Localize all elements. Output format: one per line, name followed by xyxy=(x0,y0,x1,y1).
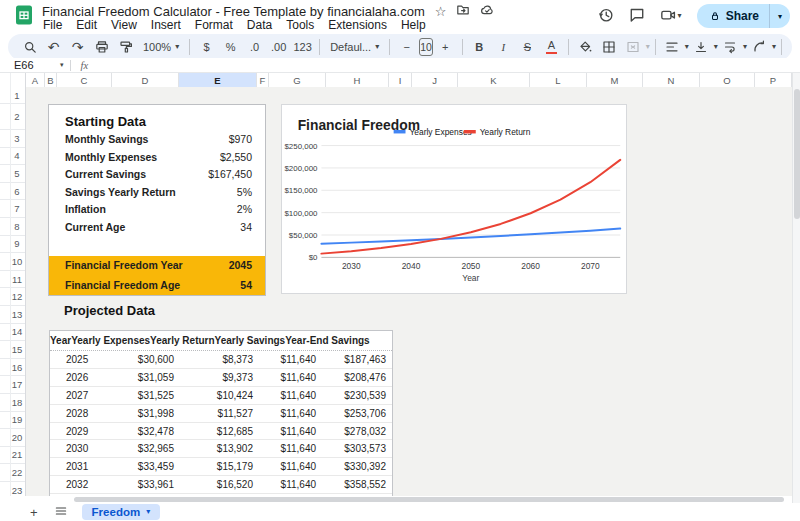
vertical-scrollbar[interactable] xyxy=(792,73,800,503)
menu-item[interactable]: Extensions xyxy=(321,18,394,32)
column-header[interactable]: I xyxy=(389,73,412,87)
column-header[interactable]: G xyxy=(269,73,326,87)
chevron-down-icon[interactable]: ▾ xyxy=(60,61,64,69)
sheets-logo[interactable] xyxy=(14,5,34,25)
menu-item[interactable]: Format xyxy=(188,18,240,32)
sheet-canvas[interactable]: Starting Data Monthly Savings $970 Month… xyxy=(26,87,792,496)
row-header[interactable]: 8 xyxy=(0,218,25,236)
starting-data-row[interactable]: Monthly Savings $970 xyxy=(49,130,265,148)
italic-button[interactable]: I xyxy=(492,36,515,58)
decrease-font-size-button[interactable]: − xyxy=(395,36,418,58)
column-header[interactable]: P xyxy=(755,73,792,87)
name-box[interactable]: E66 xyxy=(0,59,52,71)
text-rotation-button[interactable]: ▾ xyxy=(748,36,776,58)
table-row[interactable]: 2031 $33,459 $15,179 $11,640 $330,392 xyxy=(50,458,392,476)
increase-font-size-button[interactable]: + xyxy=(434,36,457,58)
menu-item[interactable]: Help xyxy=(394,18,433,32)
menu-item[interactable]: Data xyxy=(240,18,279,32)
decrease-decimal-button[interactable]: .0 xyxy=(243,36,266,58)
row-header[interactable]: 16 xyxy=(0,359,25,377)
vertical-align-button[interactable]: ▾ xyxy=(690,36,718,58)
column-header[interactable]: C xyxy=(57,73,112,87)
font-select[interactable]: Defaul... ▾ xyxy=(325,36,384,58)
row-header[interactable]: 22 xyxy=(0,464,25,482)
menu-item[interactable]: Tools xyxy=(279,18,321,32)
select-all-corner[interactable] xyxy=(0,73,26,87)
share-button[interactable]: Share xyxy=(697,9,769,23)
financial-freedom-result-row[interactable]: Financial Freedom Year 2045 xyxy=(49,256,265,276)
horizontal-scrollbar[interactable] xyxy=(26,496,792,503)
row-header[interactable]: 11 xyxy=(0,271,25,289)
table-row[interactable]: 2025 $30,600 $8,373 $11,640 $187,463 xyxy=(50,351,392,369)
row-header[interactable]: 5 xyxy=(0,165,25,183)
meet-button[interactable]: ▾ xyxy=(660,7,682,25)
menu-item[interactable]: View xyxy=(104,18,144,32)
row-header[interactable]: 17 xyxy=(0,376,25,394)
add-sheet-button[interactable]: + xyxy=(30,506,38,519)
paint-format-button[interactable] xyxy=(114,36,137,58)
increase-decimal-button[interactable]: .00 xyxy=(267,36,290,58)
row-header[interactable]: 4 xyxy=(0,148,25,166)
starting-data-row[interactable]: Monthly Expenses $2,550 xyxy=(49,148,265,166)
table-row[interactable]: 2030 $32,965 $13,902 $11,640 $303,573 xyxy=(50,440,392,458)
percent-format-button[interactable]: % xyxy=(219,36,242,58)
row-header[interactable]: 13 xyxy=(0,306,25,324)
column-header[interactable]: J xyxy=(412,73,458,87)
starting-data-row[interactable]: Savings Yearly Return 5% xyxy=(49,183,265,201)
sheet-tab-freedom[interactable]: Freedom ▾ xyxy=(82,504,161,520)
version-history-icon[interactable] xyxy=(598,7,614,25)
table-row[interactable]: 2029 $32,478 $12,685 $11,640 $278,032 xyxy=(50,423,392,441)
row-header[interactable]: 21 xyxy=(0,447,25,465)
more-formats-button[interactable]: 123 xyxy=(291,36,314,58)
bold-button[interactable]: B xyxy=(468,36,491,58)
undo-button[interactable]: ↶ xyxy=(42,36,65,58)
column-header[interactable]: A xyxy=(26,73,45,87)
column-header[interactable]: E xyxy=(179,73,257,87)
row-header[interactable]: 10 xyxy=(0,253,25,271)
row-header[interactable]: 7 xyxy=(0,200,25,218)
share-dropdown[interactable]: ▾ xyxy=(770,12,790,21)
row-header[interactable]: 2 xyxy=(0,104,25,130)
table-row[interactable]: 2026 $31,059 $9,373 $11,640 $208,476 xyxy=(50,369,392,387)
document-title[interactable]: Financial Freedom Calculator - Free Temp… xyxy=(42,4,425,19)
column-header[interactable]: B xyxy=(45,73,57,87)
currency-format-button[interactable]: $ xyxy=(195,36,218,58)
starting-data-row[interactable]: Inflation 2% xyxy=(49,201,265,219)
horizontal-align-button[interactable]: ▾ xyxy=(661,36,689,58)
table-row[interactable]: 2032 $33,961 $16,520 $11,640 $358,552 xyxy=(50,476,392,494)
row-header[interactable]: 3 xyxy=(0,130,25,148)
column-header[interactable]: D xyxy=(112,73,179,87)
print-button[interactable] xyxy=(90,36,113,58)
table-row[interactable]: 2028 $31,998 $11,527 $11,640 $253,706 xyxy=(50,405,392,423)
menu-item[interactable]: Insert xyxy=(144,18,188,32)
zoom-select[interactable]: 100% ▾ xyxy=(138,36,184,58)
row-header[interactable]: 14 xyxy=(0,324,25,342)
row-header[interactable]: 18 xyxy=(0,394,25,412)
column-header[interactable]: K xyxy=(458,73,530,87)
row-header[interactable]: 1 xyxy=(0,87,25,104)
strikethrough-button[interactable]: S xyxy=(516,36,539,58)
borders-button[interactable] xyxy=(598,36,621,58)
row-header[interactable]: 12 xyxy=(0,288,25,306)
scrollbar-thumb[interactable] xyxy=(74,497,784,502)
menu-item[interactable]: File xyxy=(36,18,69,32)
column-header[interactable]: H xyxy=(326,73,389,87)
search-icon[interactable] xyxy=(18,36,41,58)
star-icon[interactable]: ☆ xyxy=(435,5,447,18)
row-header[interactable]: 6 xyxy=(0,183,25,201)
font-size-input[interactable]: 10 xyxy=(419,38,433,56)
move-folder-icon[interactable] xyxy=(456,3,470,19)
insert-link-button[interactable] xyxy=(787,36,792,58)
text-color-button[interactable]: A xyxy=(540,36,563,58)
table-row[interactable]: 2027 $31,525 $10,424 $11,640 $230,539 xyxy=(50,387,392,405)
scrollbar-thumb[interactable] xyxy=(794,89,800,219)
row-header[interactable]: 9 xyxy=(0,236,25,254)
financial-freedom-result-row[interactable]: Financial Freedom Age 54 xyxy=(49,275,265,295)
column-header[interactable]: L xyxy=(530,73,587,87)
row-header[interactable]: 20 xyxy=(0,429,25,447)
column-header[interactable]: F xyxy=(257,73,269,87)
menu-item[interactable]: Edit xyxy=(69,18,104,32)
all-sheets-button[interactable] xyxy=(54,504,68,520)
row-header[interactable]: 19 xyxy=(0,412,25,430)
column-header[interactable]: N xyxy=(643,73,700,87)
